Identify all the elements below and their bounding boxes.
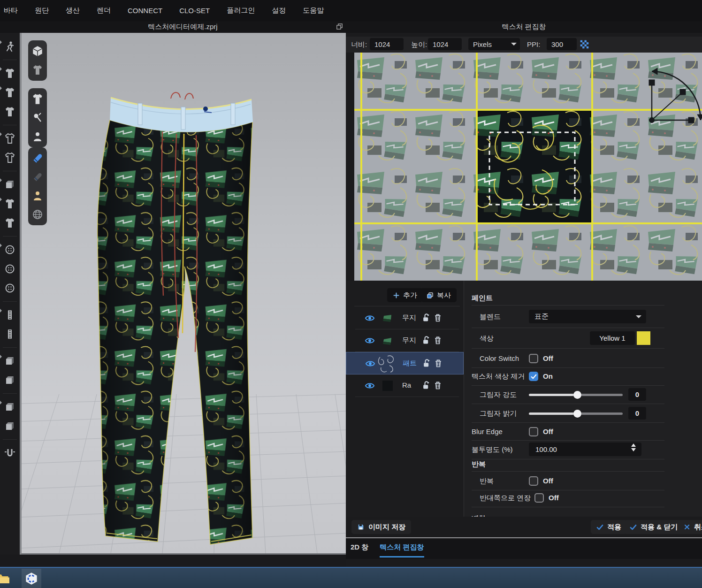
layer-name: 패트 bbox=[403, 359, 417, 368]
menu-fabric[interactable]: 원단 bbox=[35, 6, 49, 15]
ppi-input[interactable]: 300 bbox=[547, 38, 577, 50]
pin-tool-icon[interactable] bbox=[31, 111, 45, 125]
menu-plugin[interactable]: 플러그인 bbox=[227, 6, 255, 15]
layer-thumbnail bbox=[375, 353, 397, 374]
tool-press-icon[interactable] bbox=[3, 446, 17, 460]
menu-render[interactable]: 렌더 bbox=[97, 6, 111, 15]
menu-settings[interactable]: 설정 bbox=[272, 6, 286, 15]
menu-help[interactable]: 도움말 bbox=[303, 6, 324, 15]
slider-handle[interactable] bbox=[573, 410, 581, 418]
shadow-intensity-value[interactable]: 0 bbox=[628, 388, 646, 401]
tool-trim-alt-icon[interactable] bbox=[3, 419, 17, 433]
visibility-eye-icon[interactable] bbox=[365, 313, 375, 323]
lock-open-icon[interactable] bbox=[421, 336, 431, 345]
trash-icon[interactable] bbox=[434, 359, 443, 368]
chevron-down-icon bbox=[636, 315, 641, 321]
menu-closet[interactable]: CLO-SET bbox=[179, 7, 210, 15]
layer-row[interactable]: 무지 bbox=[346, 329, 464, 352]
bottom-filler bbox=[0, 555, 346, 567]
width-input[interactable]: 1024 bbox=[370, 38, 404, 50]
tool-sewing-alt-icon[interactable] bbox=[3, 151, 17, 165]
visibility-eye-icon[interactable] bbox=[365, 336, 375, 346]
opacity-input[interactable]: 100.00 bbox=[529, 443, 641, 456]
garment-fit-icon[interactable] bbox=[31, 63, 45, 77]
color-switch-checkbox[interactable] bbox=[529, 354, 538, 363]
show-avatar-icon[interactable] bbox=[31, 130, 45, 144]
menu-connect[interactable]: CONNECT bbox=[128, 7, 162, 15]
lock-open-icon[interactable] bbox=[421, 313, 431, 322]
tool-dissolve-garment-icon[interactable] bbox=[3, 177, 17, 191]
height-input[interactable]: 1024 bbox=[428, 38, 462, 50]
tool-trim-icon[interactable] bbox=[3, 400, 17, 414]
texture-editor-title: 텍스처 편집창 bbox=[346, 23, 702, 31]
lock-open-icon[interactable] bbox=[422, 359, 431, 368]
tool-zipper-icon[interactable] bbox=[3, 308, 17, 322]
color-swatch[interactable] bbox=[637, 331, 650, 345]
view-cube-icon[interactable] bbox=[31, 44, 45, 58]
trash-icon[interactable] bbox=[433, 336, 443, 345]
layer-row[interactable]: Ra bbox=[346, 374, 464, 397]
menu-production[interactable]: 생산 bbox=[66, 6, 80, 15]
clo-logo-icon bbox=[25, 572, 38, 585]
tab-2d-window[interactable]: 2D 창 bbox=[351, 543, 368, 556]
layer-thumbnail bbox=[382, 381, 393, 391]
visibility-eye-icon[interactable] bbox=[365, 359, 375, 369]
show-garment-icon[interactable] bbox=[31, 92, 45, 106]
transparency-checker-icon[interactable] bbox=[580, 39, 589, 49]
menu-avatar[interactable]: 바타 bbox=[4, 6, 18, 15]
shadow-brightness-value[interactable]: 0 bbox=[628, 407, 646, 420]
globe-icon[interactable] bbox=[31, 207, 45, 221]
layer-row-selected[interactable]: 패트 bbox=[346, 352, 464, 374]
windows-taskbar bbox=[0, 567, 702, 588]
layer-row[interactable]: 무지 bbox=[346, 307, 464, 329]
texture-canvas[interactable] bbox=[354, 53, 702, 281]
remove-texture-color-checkbox[interactable] bbox=[529, 372, 538, 381]
texture-eraser-icon[interactable] bbox=[31, 151, 45, 165]
trash-icon[interactable] bbox=[433, 313, 443, 322]
tool-zipper-alt-icon[interactable] bbox=[3, 327, 17, 341]
layer-name: 무지 bbox=[402, 313, 416, 322]
color-switch-label: Color Switch bbox=[480, 354, 519, 362]
blur-edge-checkbox[interactable] bbox=[529, 427, 538, 436]
float-window-icon[interactable] bbox=[336, 23, 343, 30]
cancel-button[interactable]: 취소 bbox=[678, 520, 702, 534]
add-layer-button[interactable]: 추가 bbox=[387, 288, 423, 302]
tool-texture-shirt-icon[interactable] bbox=[3, 197, 17, 211]
repeat-checkbox[interactable] bbox=[529, 476, 538, 486]
color-name-field[interactable]: Yellow 1 bbox=[590, 331, 635, 345]
folder-icon[interactable] bbox=[0, 572, 9, 586]
blend-dropdown[interactable]: 표준 bbox=[529, 310, 646, 323]
check-icon bbox=[596, 524, 603, 531]
spinner-arrows-icon[interactable] bbox=[631, 443, 636, 451]
ppi-label: PPI: bbox=[527, 40, 540, 48]
apply-button[interactable]: 적용 bbox=[591, 520, 627, 534]
save-image-button[interactable]: 이미지 저장 bbox=[351, 520, 411, 534]
tool-texture-shirt-alt-icon[interactable] bbox=[3, 216, 17, 230]
avatar-bust-icon[interactable] bbox=[31, 189, 45, 203]
tab-texture-editor[interactable]: 텍스처 편집창 bbox=[380, 543, 424, 557]
tool-button-icon[interactable] bbox=[3, 243, 17, 257]
slider-handle[interactable] bbox=[573, 391, 581, 399]
clo-app-taskbar-button[interactable] bbox=[22, 569, 41, 588]
visibility-eye-icon[interactable] bbox=[365, 381, 375, 391]
tool-garment-pin-icon[interactable] bbox=[3, 105, 17, 119]
save-icon bbox=[357, 523, 365, 531]
color-switch-state: Off bbox=[543, 354, 553, 362]
tool-buttonhole-icon[interactable] bbox=[3, 281, 17, 295]
tool-button-alt-icon[interactable] bbox=[3, 262, 17, 276]
tool-garment-move-icon[interactable] bbox=[3, 85, 17, 99]
tool-fabric-alt-icon[interactable] bbox=[3, 373, 17, 387]
copy-layer-button[interactable]: 복사 bbox=[421, 288, 457, 302]
viewport-3d[interactable] bbox=[20, 33, 346, 555]
lock-open-icon[interactable] bbox=[421, 381, 431, 390]
trash-icon[interactable] bbox=[433, 381, 443, 390]
eraser-alt-icon[interactable] bbox=[31, 170, 45, 184]
apply-and-close-button[interactable]: 적용 & 닫기 bbox=[624, 520, 683, 534]
tool-sewing-icon[interactable] bbox=[3, 131, 17, 145]
tool-avatar-display-icon[interactable] bbox=[3, 39, 17, 53]
tool-simulate-garment-icon[interactable] bbox=[3, 66, 17, 80]
shadow-intensity-slider[interactable] bbox=[529, 394, 623, 396]
tool-fabric-icon[interactable] bbox=[3, 354, 17, 368]
extend-opposite-checkbox[interactable] bbox=[534, 493, 544, 503]
shadow-brightness-slider[interactable] bbox=[529, 412, 623, 415]
